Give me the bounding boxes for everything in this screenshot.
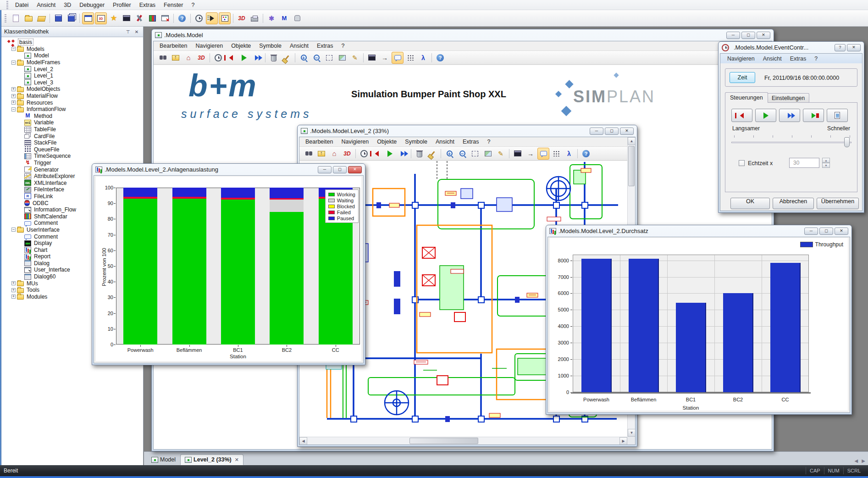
anlagen-window-titlebar[interactable]: .Models.Model.Level_2.Anlagenauslastung … [92,164,365,175]
menu-item-symbole[interactable]: Symbole [255,42,286,50]
open-parent-frame-button[interactable] [315,148,327,160]
tab-steuerungen[interactable]: Steuerungen [725,92,768,103]
event-list-button[interactable] [827,109,848,122]
show-structure-button[interactable] [157,52,169,64]
tree-item-queuefile[interactable]: QueueFile [2,146,143,153]
frame-tab-level-2-33[interactable]: Level_2 (33%)✕ [180,454,243,465]
menu-item-ansicht[interactable]: Ansicht [33,1,60,9]
save-button[interactable] [52,12,64,24]
open-3d-button[interactable]: 3D [341,148,353,160]
scrollbar-thumb[interactable] [628,146,635,186]
realtime-factor-input[interactable]: 30 [789,158,819,168]
echtzeit-checkbox[interactable] [739,160,745,166]
cancel-button[interactable]: Abbrechen [773,198,814,209]
close-button[interactable]: ✕ [847,44,861,51]
delete-button[interactable] [268,52,280,64]
spin-up-icon[interactable]: ▲ [822,158,830,163]
tree-expander-icon[interactable]: − [11,61,16,65]
maximize-button[interactable]: ◻ [819,228,833,235]
menu-item-navigieren[interactable]: Navigieren [337,138,373,146]
close-icon[interactable]: ✕ [133,28,140,35]
show-grid-button[interactable] [550,148,562,160]
tree-item-tablefile[interactable]: TableFile [2,126,143,133]
console-button[interactable] [512,148,524,160]
reset-simulation-button[interactable] [225,52,237,64]
maximize-button[interactable]: ◻ [333,166,347,173]
tree-item-models[interactable]: −Models [2,46,143,53]
menu-item-[interactable]: ? [188,1,199,9]
open-parent-frame-button[interactable] [170,52,182,64]
show-workers-button[interactable]: λ [563,148,575,160]
tree-item-level-3[interactable]: Level_3 [2,79,143,86]
console-window-button[interactable] [121,12,133,24]
3d-print-button[interactable] [249,12,260,24]
tree-expander-icon[interactable]: + [11,295,16,299]
maximize-button[interactable]: ◻ [605,128,619,135]
level2-window-titlebar[interactable]: .Models.Model.Level_2 (33%) ─ ◻ ✕ [298,125,637,137]
menu-item-navigieren[interactable]: Navigieren [723,55,759,63]
start-events-button[interactable] [206,12,218,24]
snapshot-button[interactable] [336,52,348,64]
speed-slider[interactable] [731,142,851,143]
tree-item-informationflow[interactable]: −InformationFlow [2,106,143,113]
show-comments-button[interactable] [537,148,549,160]
menu-item-bearbeiten[interactable]: Bearbeiten [301,138,337,146]
event-clock-button[interactable] [193,12,205,24]
3d-viewer-button[interactable]: 3D [236,12,248,24]
tree-expander-icon[interactable]: − [11,228,16,232]
method-debugger-button[interactable]: M [278,12,290,24]
menu-item-extras[interactable]: Extras [313,42,337,50]
pin-icon[interactable]: ⊤ [124,28,132,35]
edit-icons-button[interactable]: ✎ [349,52,361,64]
tab-close-icon[interactable]: ✕ [235,457,239,463]
tabs-scroll-right-icon[interactable]: ▶ [862,458,865,463]
tree-item-modelobjects[interactable]: +ModelObjects [2,86,143,93]
menu-item-[interactable]: ? [810,55,822,63]
tree-expander-icon[interactable]: − [11,47,16,51]
tree-expander-icon[interactable]: + [11,87,16,91]
horizontal-scrollbar[interactable]: ◀ ▶ [299,437,627,445]
tree-expander-icon[interactable]: − [11,107,16,111]
tree-expander-icon[interactable]: + [11,281,16,285]
menu-item-objekte[interactable]: Objekte [373,138,401,146]
favorites-button[interactable]: ★ [108,12,120,24]
start-button[interactable] [755,109,776,122]
menu-item-debugger[interactable]: Debugger [75,1,109,9]
zoom-in-button[interactable]: + [298,52,310,64]
event-clock-button[interactable] [358,148,370,160]
zeit-button[interactable]: Zeit [730,72,755,83]
zoom-out-button[interactable]: − [310,52,322,64]
new-model-button[interactable] [10,12,22,24]
tree-item-materialflow[interactable]: +MaterialFlow [2,93,143,100]
scrollbar-thumb[interactable] [409,438,478,444]
tree-item-cardfile[interactable]: CardFile [2,133,143,139]
tree-item-timesequence[interactable]: TimeSequence [2,153,143,160]
minimize-button[interactable]: ─ [804,228,818,235]
scroll-right-icon[interactable]: ▶ [619,437,627,445]
show-structure-button[interactable] [303,148,315,160]
maximize-button[interactable]: ◻ [741,32,755,39]
menu-item-[interactable]: ? [483,138,494,146]
model-window-titlebar[interactable]: .Models.Model ─ ◻ ✕ [152,29,774,41]
zoom-out-button[interactable]: − [456,148,468,160]
menu-item-navigieren[interactable]: Navigieren [191,42,227,50]
minimize-button[interactable]: ─ [318,166,332,173]
menu-item-ansicht[interactable]: Ansicht [286,42,313,50]
tree-item-level-1[interactable]: Level_1 [2,72,143,79]
toolbox-button[interactable] [133,12,145,24]
snapshot-button[interactable] [482,148,494,160]
tab-einstellungen[interactable]: Einstellungen [767,93,809,103]
tree-expander-icon[interactable]: + [11,288,16,292]
close-button[interactable]: ✕ [757,32,770,39]
tree-expander-icon[interactable]: + [11,100,16,105]
tree-item-level-2[interactable]: Level_2 [2,66,143,72]
tree-item-method[interactable]: MMethod [2,113,143,120]
start-until-button[interactable] [803,109,824,122]
tree-item-model[interactable]: Model [2,52,143,59]
scroll-left-icon[interactable]: ◀ [299,437,307,445]
menu-item-extras[interactable]: Extras [459,138,483,146]
tree-item-resources[interactable]: +Resources [2,99,143,106]
help-button[interactable]: ? [176,12,188,24]
ok-button[interactable]: OK [730,198,770,209]
reset-button[interactable] [731,109,752,122]
